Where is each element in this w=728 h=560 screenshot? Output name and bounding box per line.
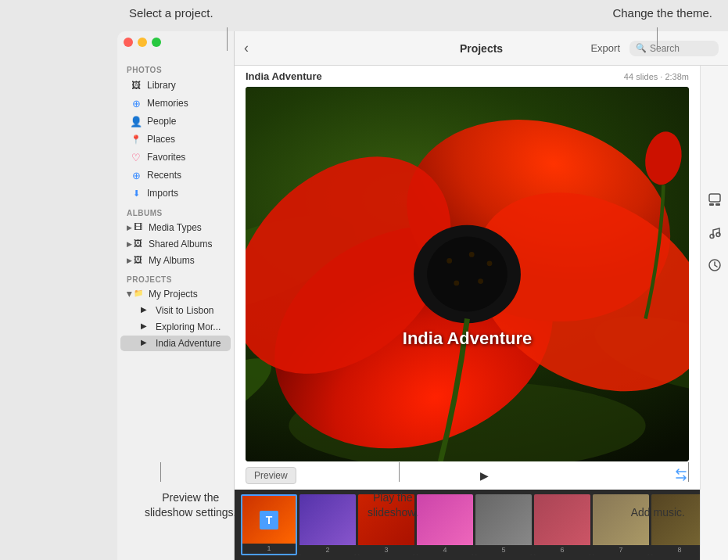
page-title: Projects (460, 42, 503, 55)
sidebar-group-label: My Albums (149, 255, 195, 266)
projects-section-label: Projects (117, 269, 234, 285)
sidebar-item-memories[interactable]: ⊕ Memories (120, 95, 231, 112)
select-project-tooltip: Select a project. (129, 6, 213, 20)
sidebar-group-my-projects[interactable]: ▶ 📁 My Projects (120, 286, 231, 302)
slide-thumbnail-1: T (242, 496, 296, 544)
shared-albums-icon: 🖼 (134, 239, 145, 249)
slideshow-icon: ▶ (141, 321, 152, 332)
slide-number-5: 5 (475, 545, 532, 555)
export-button[interactable]: Export (590, 42, 620, 54)
slide-thumbnail-2 (299, 494, 356, 545)
sidebar-item-recents[interactable]: ⊕ Recents (120, 167, 231, 184)
slide-thumbnail-6 (534, 494, 590, 545)
memories-icon: ⊕ (130, 97, 142, 109)
bottom-controls: Preview ▶ (235, 461, 700, 490)
toolbar: ‹ Projects Export 🔍 (235, 31, 728, 66)
sidebar-item-label: People (147, 116, 176, 127)
maximize-button[interactable] (152, 38, 161, 47)
film-slide-6[interactable]: 6 (534, 494, 590, 555)
project-meta: 44 slides · 2:38m (624, 72, 689, 81)
my-albums-icon: 🖼 (134, 255, 145, 266)
sidebar-group-media-types[interactable]: ▶ 🎞 Media Types (120, 220, 231, 235)
main-image: India Adventure (246, 87, 689, 461)
sidebar-item-library[interactable]: 🖼 Library (120, 77, 231, 94)
sidebar-item-people[interactable]: 👤 People (120, 113, 231, 130)
sidebar-item-favorites[interactable]: ♡ Favorites (120, 149, 231, 166)
sidebar-item-visit-to-lisbon[interactable]: ▶ Visit to Lisbon (120, 303, 231, 318)
chevron-right-icon: ▶ (127, 224, 132, 232)
layout-icon[interactable] (706, 191, 723, 208)
project-name: India Adventure (246, 70, 322, 82)
slide-thumbnail-3 (358, 494, 414, 545)
sidebar-item-label: Library (147, 80, 176, 91)
svg-rect-2 (715, 203, 720, 206)
film-slide-7[interactable]: 7 (593, 494, 649, 555)
film-slide-8[interactable]: 8 (651, 494, 700, 555)
toolbar-right: Export 🔍 (590, 41, 719, 56)
slide-number-7: 7 (593, 545, 649, 555)
film-slide-2[interactable]: 2 (299, 494, 356, 555)
search-icon: 🔍 (636, 43, 647, 53)
slide-number-3: 3 (358, 545, 414, 555)
slide-number-2: 2 (299, 545, 356, 555)
slide-main-title: India Adventure (403, 328, 532, 349)
sidebar-item-exploring-mor[interactable]: ▶ Exploring Mor... (120, 319, 231, 335)
sidebar-group-shared-albums[interactable]: ▶ 🖼 Shared Albums (120, 236, 231, 252)
film-slide-1[interactable]: T 1 (241, 494, 297, 555)
sidebar-item-places[interactable]: 📍 Places (120, 131, 231, 148)
sidebar-item-label: Exploring Mor... (156, 321, 221, 332)
content-area: India Adventure 44 slides · 2:38m (235, 66, 728, 560)
people-icon: 👤 (130, 115, 142, 127)
media-types-icon: 🎞 (134, 222, 145, 233)
sidebar-group-my-albums[interactable]: ▶ 🖼 My Albums (120, 253, 231, 268)
slide-number-6: 6 (534, 545, 590, 555)
slide-number-1: 1 (242, 544, 296, 554)
svg-point-16 (427, 237, 507, 312)
slideshow-area: India Adventure 44 slides · 2:38m (235, 66, 700, 490)
search-box[interactable]: 🔍 (629, 41, 719, 56)
sidebar-item-label: Visit to Lisbon (156, 305, 214, 316)
sidebar-item-label: Favorites (147, 152, 185, 163)
slide-thumbnail-5 (475, 494, 532, 545)
sidebar-item-india-adventure[interactable]: ▶ India Adventure (120, 336, 231, 351)
preview-button[interactable]: Preview (246, 467, 296, 484)
slide-thumbnail-8 (651, 494, 700, 545)
right-panel (700, 66, 728, 560)
filmstrip[interactable]: T 1 2 3 4 5 6 (235, 490, 700, 560)
recents-icon: ⊕ (130, 169, 142, 181)
film-slide-4[interactable]: 4 (417, 494, 473, 555)
music-icon[interactable] (706, 224, 723, 241)
slideshow-icon: ▶ (141, 338, 152, 349)
sidebar-item-imports[interactable]: ⬇ Imports (120, 185, 231, 202)
svg-point-20 (478, 278, 483, 284)
play-button[interactable]: ▶ (475, 466, 494, 485)
svg-point-3 (710, 235, 714, 239)
svg-point-4 (716, 233, 720, 237)
minimize-button[interactable] (138, 38, 147, 47)
back-button[interactable]: ‹ (244, 40, 249, 56)
chevron-right-icon: ▶ (127, 240, 132, 248)
search-input[interactable] (650, 43, 712, 54)
favorites-icon: ♡ (130, 151, 142, 163)
sidebar: Photos 🖼 Library ⊕ Memories 👤 People 📍 P… (117, 31, 235, 560)
close-button[interactable] (124, 38, 133, 47)
main-content: ‹ Projects Export 🔍 (235, 31, 728, 560)
imports-icon: ⬇ (130, 187, 142, 199)
clock-icon[interactable] (706, 257, 723, 274)
repeat-button[interactable] (673, 467, 689, 485)
places-icon: 📍 (130, 133, 142, 145)
library-icon: 🖼 (130, 79, 142, 92)
film-slide-5[interactable]: 5 (475, 494, 532, 555)
chevron-down-icon: ▶ (126, 292, 134, 297)
sidebar-item-label: Places (147, 134, 175, 145)
photos-section-label: Photos (117, 59, 234, 76)
film-slide-3[interactable]: 3 (358, 494, 414, 555)
sidebar-item-label: Memories (147, 98, 188, 109)
slide-thumbnail-4 (417, 494, 473, 545)
sidebar-item-label: Imports (147, 188, 178, 199)
sidebar-group-label: Shared Albums (149, 239, 212, 249)
svg-point-21 (454, 280, 459, 285)
my-projects-icon: 📁 (134, 289, 145, 300)
sidebar-item-label: Recents (147, 170, 181, 181)
sidebar-item-label: India Adventure (156, 338, 221, 349)
